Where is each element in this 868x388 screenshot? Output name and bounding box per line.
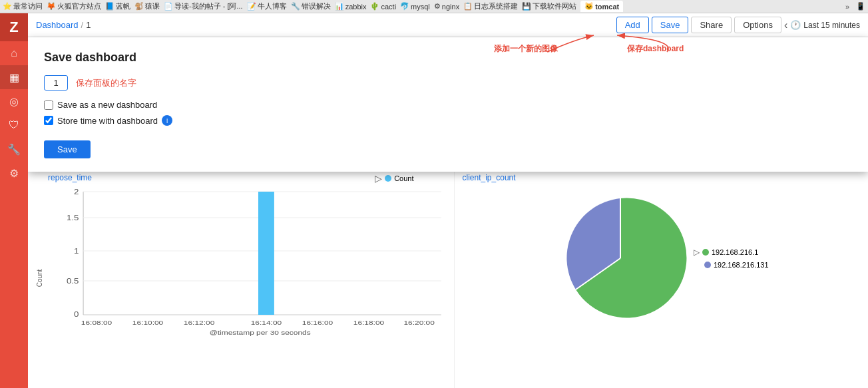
store-time-label: Store time with dashboard	[57, 116, 158, 126]
tab-zabbix[interactable]: 📊 zabbix	[335, 2, 367, 11]
breadcrumb: Dashboard / 1	[36, 20, 91, 30]
store-time-row: Store time with dashboard i	[44, 115, 852, 126]
svg-text:16:16:00: 16:16:00	[302, 319, 333, 325]
breadcrumb-separator: /	[81, 20, 84, 30]
legend-label-2: 192.168.216.131	[714, 261, 769, 269]
tab-log[interactable]: 📋 日志系统搭建	[463, 1, 518, 11]
tab-mysql[interactable]: 🐬 mysql	[400, 2, 430, 11]
legend-count-label: Count	[394, 174, 413, 182]
browser-tabs-bar: ⭐ 最常访问 🦊 火狐官方站点 📘 蓝帆 🐒 猿课 📄 导读-我的帖子 - [阿…	[0, 0, 868, 13]
legend-count-dot	[385, 175, 391, 182]
pie-chart-title: client_ip_count	[463, 173, 861, 182]
tab-daodu[interactable]: 📄 导读-我的帖子 - [阿...	[164, 1, 243, 11]
pie-chart-svg	[554, 192, 687, 325]
tab-lanfan[interactable]: 📘 蓝帆	[105, 1, 130, 11]
nav-back-icon[interactable]: ‹	[784, 19, 787, 31]
save-as-new-checkbox[interactable]	[44, 100, 53, 110]
legend-play-1-icon: ▷	[694, 248, 700, 257]
sidebar-icon-graph[interactable]: ▦	[0, 65, 28, 89]
add-button[interactable]: Add	[616, 17, 649, 33]
bar-chart-y-label: Count	[36, 269, 43, 287]
save-button[interactable]: Save	[652, 17, 689, 33]
tab-frequent[interactable]: ⭐ 最常访问	[3, 1, 43, 11]
modal-title: Save dashboard	[44, 51, 852, 65]
share-button[interactable]: Share	[691, 17, 732, 33]
svg-text:0: 0	[74, 311, 79, 318]
save-as-new-row: Save as a new dashboard	[44, 100, 852, 110]
bar-chart-svg: 2 1.5 1 0.5 0	[48, 185, 446, 338]
svg-text:16:18:00: 16:18:00	[353, 319, 385, 325]
svg-text:16:08:00: 16:08:00	[81, 319, 112, 325]
sidebar-icon-shield[interactable]: 🛡	[0, 113, 28, 137]
tab-error[interactable]: 🔧 错误解决	[291, 1, 331, 11]
tab-cacti[interactable]: 🌵 cacti	[370, 2, 396, 11]
sidebar: Z ⌂ ▦ ◎ 🛡 🔧 ⚙	[0, 13, 28, 388]
legend-item-2: 192.168.216.131	[694, 261, 769, 269]
time-label: Last 15 minutes	[803, 21, 860, 30]
sidebar-icon-target[interactable]: ◎	[0, 89, 28, 113]
tab-nginx[interactable]: ⚙ nginx	[434, 2, 459, 11]
tab-tomcat[interactable]: 🐱 tomcat	[580, 1, 623, 12]
more-tabs-button[interactable]: »	[845, 3, 849, 11]
svg-text:16:14:00: 16:14:00	[251, 319, 282, 325]
store-time-checkbox[interactable]	[44, 116, 53, 125]
mobile-button[interactable]: 📱	[856, 2, 865, 11]
svg-text:16:10:00: 16:10:00	[132, 319, 164, 325]
tab-firefox[interactable]: 🦊 火狐官方站点	[47, 1, 101, 11]
pie-legend: ▷ 192.168.216.1 192.168.216.131	[694, 248, 769, 269]
tab-yuanke[interactable]: 🐒 猿课	[134, 1, 160, 11]
name-annotation: 保存面板的名字	[76, 77, 136, 89]
clock-icon: 🕐	[790, 20, 801, 30]
info-icon: i	[162, 115, 172, 126]
form-name-row: 保存面板的名字	[44, 75, 852, 91]
legend-item-1: ▷ 192.168.216.1	[694, 248, 769, 257]
options-button[interactable]: Options	[734, 17, 781, 33]
bar-chart-panel: repose_time Count ▷ Count	[28, 168, 455, 388]
bar-1614	[258, 192, 274, 315]
sidebar-logo: Z	[0, 13, 28, 41]
breadcrumb-current: 1	[86, 20, 91, 30]
save-as-new-label: Save as a new dashboard	[57, 100, 157, 110]
pie-chart-panel: client_ip_count	[455, 168, 869, 388]
legend-dot-purple	[704, 262, 711, 268]
svg-text:@timestamp per 30 seconds: @timestamp per 30 seconds	[210, 329, 311, 335]
bar-chart-legend: ▷ Count	[375, 173, 413, 184]
sidebar-icon-wrench[interactable]: 🔧	[0, 137, 28, 161]
tab-nrblog[interactable]: 📝 牛人博客	[247, 1, 287, 11]
charts-container: repose_time Count ▷ Count	[28, 168, 868, 388]
pie-chart-container: ▷ 192.168.216.1 192.168.216.131	[463, 185, 861, 331]
save-dashboard-modal: Save dashboard 保存面板的名字 Save as a new das…	[28, 37, 868, 172]
legend-label-1: 192.168.216.1	[712, 248, 758, 256]
svg-text:16:12:00: 16:12:00	[184, 319, 215, 325]
sidebar-icon-gear[interactable]: ⚙	[0, 161, 28, 185]
legend-play-icon: ▷	[375, 173, 382, 184]
tab-download[interactable]: 💾 下载软件网站	[522, 1, 576, 11]
legend-dot-green	[702, 249, 709, 256]
svg-text:0.5: 0.5	[67, 278, 79, 285]
top-bar: Dashboard / 1 Add Save Share Options ‹ 🕐…	[28, 13, 868, 37]
sidebar-icon-home[interactable]: ⌂	[0, 41, 28, 65]
breadcrumb-root[interactable]: Dashboard	[36, 20, 79, 30]
svg-text:2: 2	[74, 188, 79, 196]
dashboard-name-input[interactable]	[44, 75, 68, 91]
svg-text:16:20:00: 16:20:00	[403, 319, 435, 325]
svg-text:1.5: 1.5	[67, 214, 79, 222]
top-bar-actions: Add Save Share Options ‹ 🕐 Last 15 minut…	[616, 17, 860, 33]
svg-text:1: 1	[74, 248, 79, 255]
modal-save-button[interactable]: Save	[44, 140, 91, 158]
